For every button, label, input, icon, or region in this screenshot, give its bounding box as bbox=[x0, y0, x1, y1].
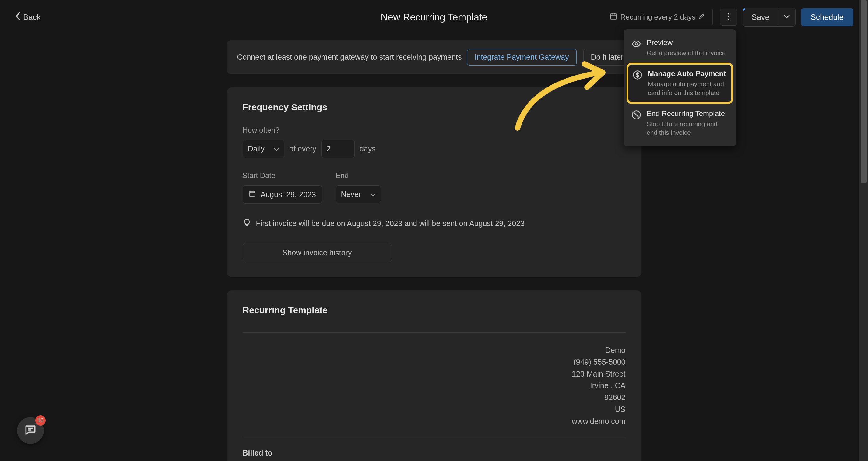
recurring-summary-text: Recurring every 2 days bbox=[620, 13, 696, 21]
save-button[interactable]: Save bbox=[743, 8, 778, 26]
svg-point-1 bbox=[728, 13, 730, 14]
save-dropdown-toggle[interactable] bbox=[778, 8, 795, 26]
chat-icon bbox=[24, 423, 37, 438]
header-actions: Recurring every 2 days Save Schedule bbox=[610, 8, 854, 27]
frequency-number-input[interactable] bbox=[321, 140, 355, 158]
menu-item-auto-payment[interactable]: Manage Auto Payment Manage auto payment … bbox=[628, 65, 731, 102]
integrate-gateway-button[interactable]: Integrate Payment Gateway bbox=[467, 49, 577, 65]
back-button[interactable]: Back bbox=[14, 12, 41, 23]
calendar-icon bbox=[248, 190, 256, 199]
menu-title: End Recurring Template bbox=[647, 109, 728, 118]
menu-item-preview[interactable]: Preview Get a preview of the invoice bbox=[627, 33, 733, 62]
eye-icon bbox=[631, 39, 641, 49]
show-history-button[interactable]: Show invoice history bbox=[243, 243, 392, 262]
menu-desc: Get a preview of the invoice bbox=[647, 49, 725, 57]
company-name: Demo bbox=[243, 344, 626, 356]
chevron-down-icon bbox=[274, 144, 279, 153]
svg-point-2 bbox=[728, 16, 730, 17]
panel-title: Frequency Settings bbox=[243, 102, 626, 112]
svg-rect-0 bbox=[611, 14, 617, 19]
page-title: New Recurring Template bbox=[381, 11, 488, 23]
menu-item-end-recurring[interactable]: End Recurring Template Stop future recur… bbox=[627, 105, 733, 142]
header-bar: Back New Recurring Template Recurring ev… bbox=[0, 0, 868, 34]
billed-to-label: Billed to bbox=[243, 449, 626, 457]
svg-point-4 bbox=[635, 42, 638, 45]
dollar-circle-icon bbox=[633, 70, 642, 80]
svg-point-3 bbox=[728, 19, 730, 20]
frequency-unit-text: days bbox=[360, 144, 376, 153]
of-every-text: of every bbox=[289, 144, 316, 153]
more-actions-menu: Preview Get a preview of the invoice Man… bbox=[623, 29, 736, 146]
company-phone: (949) 555-5000 bbox=[243, 356, 626, 368]
first-invoice-hint: First invoice will be due on August 29, … bbox=[243, 218, 626, 229]
how-often-label: How often? bbox=[243, 126, 626, 134]
divider bbox=[243, 437, 626, 437]
company-street: 123 Main Street bbox=[243, 368, 626, 380]
end-label: End bbox=[336, 171, 381, 180]
company-country: US bbox=[243, 403, 626, 415]
start-date-input[interactable]: August 29, 2023 bbox=[243, 185, 322, 204]
recurring-summary: Recurring every 2 days bbox=[610, 12, 706, 22]
lightbulb-icon bbox=[243, 218, 251, 229]
edit-recurring-icon[interactable] bbox=[699, 13, 705, 21]
company-block: Demo (949) 555-5000 123 Main Street Irvi… bbox=[243, 344, 626, 427]
end-select-value: Never bbox=[341, 190, 362, 199]
frequency-panel: Frequency Settings How often? Daily of e… bbox=[227, 87, 642, 277]
start-date-value: August 29, 2023 bbox=[260, 190, 316, 199]
menu-desc: Manage auto payment and card info on thi… bbox=[648, 80, 727, 97]
calendar-icon bbox=[610, 12, 617, 22]
company-website: www.demo.com bbox=[243, 415, 626, 427]
company-zip: 92602 bbox=[243, 392, 626, 403]
schedule-button[interactable]: Schedule bbox=[801, 8, 854, 26]
more-button[interactable] bbox=[720, 8, 737, 26]
alert-text: Connect at least one payment gateway to … bbox=[237, 53, 462, 62]
hint-text: First invoice will be due on August 29, … bbox=[256, 219, 525, 228]
end-select[interactable]: Never bbox=[336, 185, 381, 203]
chat-widget-button[interactable]: 16 bbox=[17, 417, 44, 444]
menu-desc: Stop future recurring and end this invoi… bbox=[647, 120, 728, 137]
scrollbar-thumb[interactable] bbox=[861, 0, 867, 183]
company-city-state: Irvine , CA bbox=[243, 380, 626, 392]
chat-badge: 16 bbox=[35, 415, 46, 426]
start-date-label: Start Date bbox=[243, 171, 322, 180]
frequency-select[interactable]: Daily bbox=[243, 140, 285, 158]
chevron-left-icon bbox=[14, 12, 21, 23]
svg-rect-7 bbox=[249, 191, 255, 196]
chevron-down-icon bbox=[783, 14, 790, 20]
divider bbox=[712, 9, 713, 25]
divider bbox=[243, 333, 626, 333]
kebab-icon bbox=[727, 12, 730, 22]
back-label: Back bbox=[23, 12, 41, 22]
menu-title: Manage Auto Payment bbox=[648, 69, 727, 78]
connect-gateway-alert: Connect at least one payment gateway to … bbox=[227, 40, 642, 74]
chevron-down-icon bbox=[370, 190, 376, 199]
scrollbar[interactable] bbox=[860, 0, 868, 461]
menu-title: Preview bbox=[647, 38, 725, 47]
stop-circle-icon bbox=[631, 110, 641, 120]
panel-title: Recurring Template bbox=[243, 305, 626, 315]
save-split-button: Save bbox=[743, 8, 795, 27]
frequency-select-value: Daily bbox=[248, 144, 265, 153]
recurring-template-panel: Recurring Template Demo (949) 555-5000 1… bbox=[227, 290, 642, 461]
